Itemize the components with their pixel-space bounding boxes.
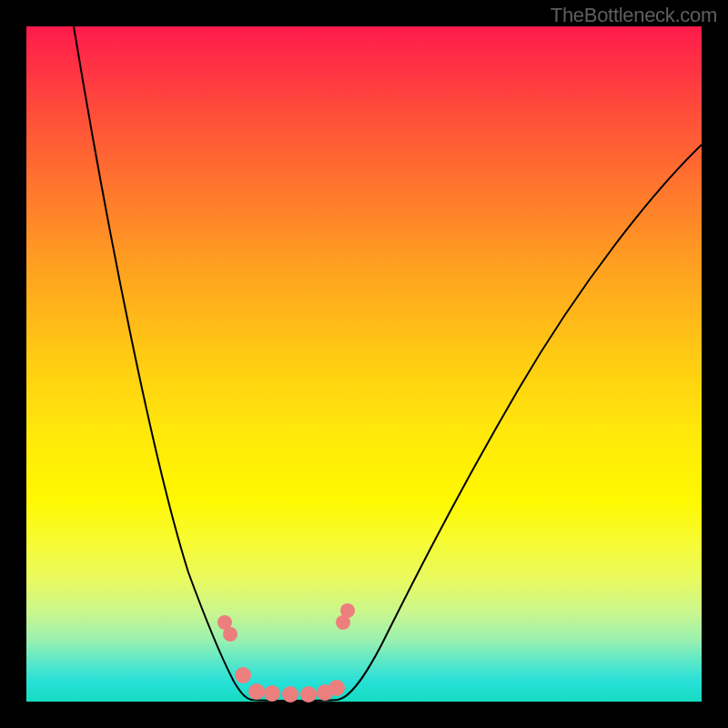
bottleneck-curve-left — [74, 26, 295, 701]
data-dot — [235, 667, 251, 683]
data-dot — [329, 680, 345, 696]
data-dot — [248, 683, 265, 700]
chart-frame: TheBottleneck.com — [0, 0, 728, 728]
curve-svg — [26, 26, 702, 702]
data-dot — [223, 627, 238, 642]
data-dot — [340, 603, 355, 618]
bottleneck-curve-right — [295, 145, 702, 701]
plot-area — [26, 26, 702, 702]
data-dot — [282, 686, 298, 703]
data-dot — [264, 685, 280, 702]
data-dot — [300, 686, 317, 703]
watermark-text: TheBottleneck.com — [551, 4, 717, 27]
